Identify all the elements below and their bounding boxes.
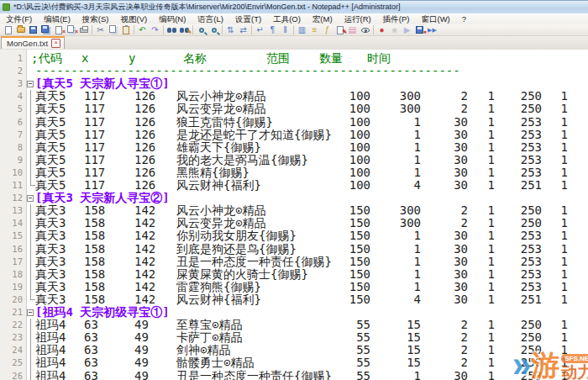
line-number[interactable]: 25 (0, 356, 23, 369)
editor-line[interactable]: 26祖玛46349丑是一种态度一种责任{御赐}5513012531 (0, 370, 588, 380)
line-number[interactable]: 14 (0, 217, 23, 230)
paste-icon[interactable] (119, 24, 132, 35)
menu-item-2[interactable]: 编辑(E) (38, 13, 76, 24)
line-number[interactable]: 22 (0, 319, 23, 331)
line-number[interactable]: 9 (0, 154, 23, 166)
line-number[interactable]: 18 (0, 268, 23, 281)
line-number[interactable]: 19 (0, 281, 23, 293)
editor-line[interactable]: 2---------------------------------------… (0, 65, 588, 77)
editor-line[interactable]: 20真天3158142风云财神{福利}15043012511 (0, 293, 588, 306)
run-multi-macro-icon[interactable]: ▶▶ (426, 24, 438, 35)
editor-line[interactable]: 1;代码xy名称范围数量时间 (0, 52, 588, 65)
editor-line[interactable]: 24祖玛46349剑神⊙精品5515212501 (0, 344, 588, 356)
line-number[interactable]: 21 (0, 306, 23, 319)
editor-line[interactable]: 21[祖玛4 天宗初级寻宝①] (0, 306, 588, 319)
line-number[interactable]: 10 (0, 166, 23, 179)
sync-horizontal-icon[interactable]: ⇄ (237, 24, 249, 35)
menu-item-11[interactable]: 插件(P) (377, 13, 416, 24)
line-number[interactable]: 16 (0, 243, 23, 256)
editor-line[interactable]: 19真天3158142雷霆狗熊{御赐}15013012531 (0, 281, 588, 293)
editor-line[interactable]: 5真天5117126风云变异龙⊙精品100300212501 (0, 103, 588, 115)
line-number[interactable]: 12 (0, 192, 23, 204)
replace-icon[interactable]: ✎ (178, 24, 191, 35)
line-number[interactable]: 6 (0, 116, 23, 129)
editor-line[interactable]: 6真天5117126狼王克雷特{御赐}10013012531 (0, 116, 588, 129)
doc-switcher-icon[interactable]: ▤ (346, 24, 359, 35)
editor-line[interactable]: 22祖玛46349至尊宝⊙精品5515212501 (0, 319, 588, 331)
line-number[interactable]: 2 (0, 65, 23, 77)
redo-icon[interactable]: ↷ (149, 24, 161, 35)
editor-line[interactable]: 8真天5117126雄霸天下{御赐}10013012531 (0, 141, 588, 154)
tab-mongen[interactable]: MonGen.txt × (1, 36, 65, 49)
menu-item-3[interactable]: 搜索(S) (76, 13, 115, 24)
indent-guide-icon[interactable]: ‖ (279, 24, 291, 35)
editor-line[interactable]: 13真天3158142风云小神龙⊙精品150300212501 (0, 204, 588, 217)
editor-line[interactable]: 15真天3158142你别动我女朋友{御赐}15013012531 (0, 230, 588, 242)
menu-item-12[interactable]: 窗口(W) (415, 13, 455, 24)
sync-vertical-icon[interactable]: ⇅ (224, 24, 237, 35)
editor-line[interactable]: 17真天3158142丑是一种态度一种责任{御赐}15013012531 (0, 256, 588, 268)
line-number[interactable]: 7 (0, 129, 23, 141)
menu-item-6[interactable]: 语言(L) (192, 13, 229, 24)
function-list-icon[interactable]: ƒ (321, 24, 333, 35)
menu-item-4[interactable]: 视图(V) (114, 13, 153, 24)
record-macro-icon[interactable]: ● (375, 24, 388, 35)
editor-line[interactable]: 16真天3158142到底是狗还是鸟{御赐}15013012531 (0, 243, 588, 256)
doc-list-icon[interactable]: ≡ (308, 24, 321, 35)
fold-toggle-icon[interactable] (27, 309, 34, 316)
print-icon[interactable] (77, 24, 90, 35)
word-wrap-icon[interactable]: ↵ (254, 24, 266, 35)
line-number[interactable]: 13 (0, 204, 23, 217)
show-all-chars-icon[interactable]: ¶ (266, 24, 279, 35)
cut-icon[interactable]: ✂ (94, 24, 107, 35)
line-number[interactable]: 4 (0, 90, 23, 103)
save-icon[interactable] (27, 24, 39, 35)
editor-line[interactable]: 25祖玛46349骷髅勇士⊙精品5515212501 (0, 356, 588, 369)
zoom-out-icon[interactable] (207, 24, 220, 35)
open-folder-icon[interactable] (14, 24, 27, 35)
editor-line[interactable]: 23祖玛46349卡萨丁⊙精品5515212501 (0, 331, 588, 344)
menu-item-10[interactable]: 运行(R) (339, 13, 377, 24)
zoom-in-icon[interactable] (195, 24, 207, 35)
save-all-icon[interactable] (39, 24, 52, 35)
monitoring-eye-icon[interactable] (359, 24, 371, 35)
line-number[interactable]: 5 (0, 103, 23, 115)
new-file-icon[interactable] (2, 24, 14, 35)
menu-item-7[interactable]: 设置(T) (229, 13, 267, 24)
line-number[interactable]: 11 (0, 179, 23, 192)
menu-item-9[interactable]: 宏(M) (307, 13, 339, 24)
save-macro-icon[interactable]: ● (413, 24, 426, 35)
line-number[interactable]: 20 (0, 293, 23, 306)
find-icon[interactable] (165, 24, 178, 35)
editor-line[interactable]: 7真天5117126是龙还是蛇干了才知道{御赐}10013012531 (0, 129, 588, 141)
line-number[interactable]: 8 (0, 141, 23, 154)
editor-line[interactable]: 9真天5117126我的老大是弼马温{御赐}10013012531 (0, 154, 588, 166)
menu-item-1[interactable]: 文件(F) (0, 13, 38, 24)
modified-doc-icon[interactable]: ✎ (333, 24, 346, 35)
editor-line[interactable]: 12[真天3 天宗新人寻宝②] (0, 192, 588, 204)
line-number[interactable]: 3 (0, 77, 23, 90)
play-macro-icon[interactable]: ▶ (401, 24, 413, 35)
editor-pane[interactable]: 1;代码xy名称范围数量时间2-------------------------… (0, 50, 588, 380)
editor-line[interactable]: 14真天3158142风云变异龙⊙精品150300212501 (0, 217, 588, 230)
close-all-icon[interactable]: × (65, 24, 77, 35)
line-number[interactable]: 24 (0, 344, 23, 356)
tab-close-icon[interactable]: × (51, 39, 60, 48)
menu-item-8[interactable]: 工具(O) (267, 13, 307, 24)
close-icon[interactable]: × (52, 24, 65, 35)
line-number[interactable]: 23 (0, 331, 23, 344)
editor-line[interactable]: 4真天5117126风云小神龙⊙精品100300212501 (0, 90, 588, 103)
line-number[interactable]: 1 (0, 52, 23, 65)
menu-item-5[interactable]: 编码(N) (153, 13, 192, 24)
editor-line[interactable]: 18真天3158142屎黄屎黄的火骑士{御赐}15013012531 (0, 268, 588, 281)
fold-toggle-icon[interactable] (27, 81, 34, 87)
undo-icon[interactable]: ↶ (136, 24, 149, 35)
editor-line[interactable]: 3[真天5 天宗新人寻宝①] (0, 77, 588, 90)
line-number[interactable]: 26 (0, 370, 23, 380)
menu-item-13[interactable]: ? (456, 13, 472, 24)
line-number[interactable]: 17 (0, 256, 23, 268)
editor-line[interactable]: 11真天5117126风云财神{福利}10043012511 (0, 179, 588, 192)
fold-toggle-icon[interactable] (27, 195, 34, 202)
stop-macro-icon[interactable]: ■ (388, 24, 401, 35)
doc-map-icon[interactable]: ▥ (296, 24, 308, 35)
